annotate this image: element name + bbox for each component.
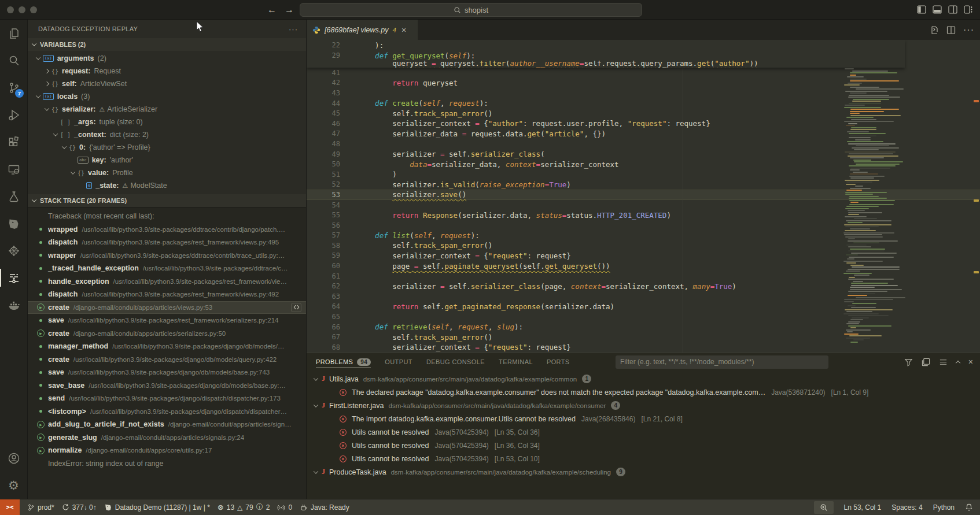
problem-file-row[interactable]: JUtils.javadsm-kafka/app/consumer/src/ma… — [307, 372, 980, 386]
filter-icon[interactable] — [904, 358, 913, 366]
problem-file-row[interactable]: JProduceTask.javadsm-kafka/app/consumer/… — [307, 465, 980, 479]
toggle-secondary-sidebar-icon[interactable] — [948, 5, 957, 14]
maximize-panel-icon[interactable] — [956, 360, 960, 365]
panel-tab-debug-console[interactable]: DEBUG CONSOLE — [426, 353, 485, 370]
globe-icon[interactable] — [0, 237, 27, 264]
debug-icon[interactable] — [0, 101, 27, 128]
testing-icon[interactable] — [0, 183, 27, 210]
panel-tab-terminal[interactable]: TERMINAL — [499, 353, 533, 370]
stack-trace-section-header[interactable]: STACK TRACE (20 FRAMES) — [28, 194, 306, 207]
stack-frame[interactable]: create/django-email/conduit/apps/article… — [28, 327, 306, 340]
code-line[interactable]: 22 ): — [307, 40, 905, 50]
account-icon[interactable] — [0, 444, 27, 472]
variable-row[interactable]: (x)arguments(2) — [28, 52, 306, 65]
source-control-icon[interactable]: 7 — [0, 74, 27, 101]
stack-frame[interactable]: _traced_handle_exception/usr/local/lib/p… — [28, 262, 306, 275]
problem-file-row[interactable]: JFirstListener.javadsm-kafka/app/consume… — [307, 399, 980, 412]
variable-row[interactable]: {}self:ArticleViewSet — [28, 77, 306, 90]
panel-tab-problems[interactable]: PROBLEMS94 — [316, 353, 371, 370]
code-line[interactable]: 29 def get_queryset(self): — [307, 50, 905, 61]
problems-filter[interactable] — [616, 355, 828, 369]
remote-explorer-icon[interactable] — [0, 155, 27, 183]
panel-tab-output[interactable]: OUTPUT — [385, 353, 412, 370]
indentation-setting[interactable]: Spaces: 4 — [891, 503, 922, 512]
variable-row[interactable]: {}value:Profile — [28, 166, 306, 179]
code-line[interactable]: queryset = queryset.filter(author__usern… — [307, 61, 905, 68]
code-editor[interactable]: 4142 return queryset4344 def create(self… — [307, 40, 980, 353]
cursor-position[interactable]: Ln 53, Col 1 — [844, 503, 882, 512]
problems-status-item[interactable]: 13 79 2 — [218, 502, 270, 512]
stack-frame[interactable]: add_slug_to_article_if_not_exists/django… — [28, 418, 306, 431]
problem-error-row[interactable]: Utils cannot be resolvedJava(570425394)[… — [307, 425, 980, 439]
stack-frame[interactable]: save/usr/local/lib/python3.9/site-packag… — [28, 314, 306, 327]
close-tab-icon[interactable] — [401, 25, 406, 35]
open-changes-icon[interactable] — [930, 25, 939, 35]
stack-frame[interactable]: send/usr/local/lib/python3.9/site-packag… — [28, 392, 306, 405]
open-file-icon[interactable] — [291, 303, 301, 312]
customize-layout-icon[interactable] — [964, 5, 973, 14]
variable-row[interactable]: abckey:'author' — [28, 154, 306, 166]
datadog-status-item[interactable]: Datadog Demo (11287) | 1w | * — [104, 503, 210, 512]
navigate-forward-icon[interactable] — [285, 5, 294, 15]
problem-error-row[interactable]: The declared package "datadog.kafka.exam… — [307, 386, 980, 399]
tab-views-py[interactable]: [6869bfae] views.py 4 — [307, 20, 418, 40]
navigate-back-icon[interactable] — [267, 5, 277, 15]
docker-icon[interactable] — [0, 291, 27, 318]
stack-frame[interactable]: dispatch/usr/local/lib/python3.9/site-pa… — [28, 236, 306, 249]
view-as-list-icon[interactable] — [939, 358, 948, 366]
zoom-status-button[interactable] — [814, 501, 834, 514]
variable-row[interactable]: {}request:Request — [28, 65, 306, 77]
split-editor-icon[interactable] — [946, 25, 956, 35]
stack-frame[interactable]: create/usr/local/lib/python3.9/site-pack… — [28, 353, 306, 366]
stack-frame[interactable]: save_base/usr/local/lib/python3.9/site-p… — [28, 379, 306, 392]
stack-frame[interactable]: save/usr/local/lib/python3.9/site-packag… — [28, 366, 306, 379]
variable-row[interactable]: (x)locals(3) — [28, 90, 306, 103]
stack-frame[interactable]: dispatch/usr/local/lib/python3.9/site-pa… — [28, 288, 306, 301]
ports-broadcast-item[interactable]: 0 — [277, 503, 292, 512]
search-icon[interactable] — [0, 47, 27, 74]
variable-row[interactable]: [ ]_context:dict (size: 2) — [28, 128, 306, 141]
minimap[interactable] — [842, 40, 911, 353]
stack-frame[interactable]: manager_method/usr/local/lib/python3.9/s… — [28, 340, 306, 353]
stack-frame[interactable]: normalize/django-email/conduit/apps/core… — [28, 444, 306, 457]
java-status-item[interactable]: Java: Ready — [300, 503, 349, 512]
stack-frame[interactable]: handle_exception/usr/local/lib/python3.9… — [28, 275, 306, 288]
git-branch-item[interactable]: prod* — [27, 503, 54, 512]
overview-ruler[interactable] — [972, 40, 980, 353]
extensions-icon[interactable] — [0, 128, 27, 155]
zoom-window-button[interactable] — [30, 6, 37, 13]
git-sync-item[interactable]: 377↓ 0↑ — [62, 503, 97, 512]
variables-section-header[interactable]: VARIABLES (2) — [28, 38, 306, 51]
toggle-sidebar-icon[interactable] — [917, 5, 926, 14]
stack-frame[interactable]: wrapped/usr/local/lib/python3.9/site-pac… — [28, 223, 306, 236]
command-center-search[interactable]: shopist — [300, 3, 642, 17]
editor-more-actions-icon[interactable] — [963, 25, 974, 35]
remote-indicator[interactable]: >< — [0, 499, 20, 515]
exception-replay-icon[interactable] — [0, 264, 27, 291]
settings-icon[interactable] — [0, 472, 27, 499]
problems-filter-input[interactable] — [620, 358, 824, 366]
toggle-panel-icon[interactable] — [933, 5, 942, 14]
sticky-scroll[interactable]: 22 ):29 def get_queryset(self): queryset… — [307, 40, 905, 68]
problem-error-row[interactable]: Utils cannot be resolvedJava(570425394)[… — [307, 452, 980, 465]
problem-error-row[interactable]: The import datadog.kafka.example.consume… — [307, 412, 980, 425]
panel-tab-ports[interactable]: PORTS — [547, 353, 570, 370]
stack-frame[interactable]: generate_slug/django-email/conduit/apps/… — [28, 431, 306, 444]
minimize-window-button[interactable] — [19, 6, 25, 13]
window-controls[interactable] — [7, 6, 37, 13]
close-panel-icon[interactable] — [968, 357, 973, 367]
notifications-bell-icon[interactable] — [965, 503, 973, 512]
variable-row[interactable]: [ ]_args:tuple (size: 0) — [28, 116, 306, 128]
stack-frame[interactable]: wrapper/usr/local/lib/python3.9/site-pac… — [28, 249, 306, 262]
language-mode[interactable]: Python — [933, 503, 955, 512]
sidebar-more-actions-icon[interactable] — [289, 25, 298, 34]
variable-row[interactable]: {}0:{'author' => Profile} — [28, 141, 306, 154]
close-window-button[interactable] — [7, 6, 14, 13]
variable-row[interactable]: @_state:ModelState — [28, 179, 306, 192]
variable-row[interactable]: {}serializer:ArticleSerializer — [28, 103, 306, 116]
collapse-all-icon[interactable] — [922, 358, 930, 366]
explorer-icon[interactable] — [0, 20, 27, 47]
stack-frame[interactable]: <listcomp>/usr/local/lib/python3.9/site-… — [28, 405, 306, 418]
stack-frame[interactable]: create/django-email/conduit/apps/article… — [28, 301, 306, 314]
problem-error-row[interactable]: Utils cannot be resolvedJava(570425394)[… — [307, 439, 980, 452]
